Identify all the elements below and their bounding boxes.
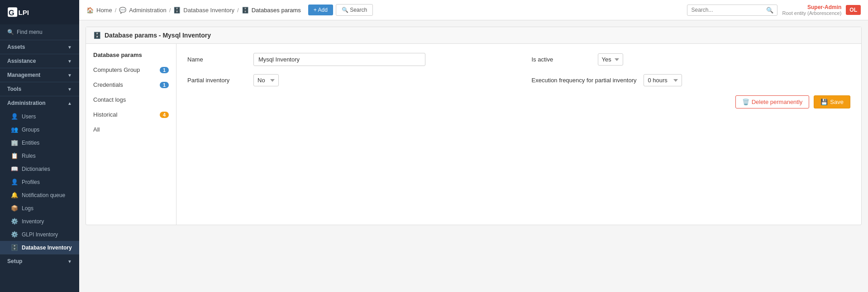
- credentials-badge: 1: [160, 82, 169, 88]
- historical-badge: 4: [160, 112, 169, 118]
- form-row-partial: Partial inventory No Yes Execution frequ…: [187, 74, 850, 86]
- execution-freq-select[interactable]: 0 hours 1 hours 2 hours 4 hours 8 hours …: [644, 74, 682, 86]
- section-tools-header[interactable]: Tools ▼: [0, 82, 79, 96]
- save-icon: 💾: [820, 99, 828, 105]
- sidebar-item-groups[interactable]: 👥 Groups: [0, 123, 79, 136]
- sidebar-item-database-inventory[interactable]: 🗄️ Database Inventory: [0, 241, 79, 254]
- sidebar-item-glpi-inventory[interactable]: ⚙️ GLPI Inventory: [0, 228, 79, 241]
- section-administration-header[interactable]: Administration ▲: [0, 96, 79, 110]
- users-icon: 👤: [11, 113, 18, 120]
- section-tools: Tools ▼: [0, 82, 79, 96]
- entities-icon: 🏢: [11, 139, 18, 146]
- svg-text:LPI: LPI: [19, 9, 29, 16]
- action-buttons: 🗑️ Delete permanently 💾 Save: [187, 95, 850, 108]
- left-nav-computers-group[interactable]: Computers Group 1: [86, 62, 176, 77]
- trash-icon: 🗑️: [742, 99, 749, 105]
- section-assistance-header[interactable]: Assistance ▼: [0, 54, 79, 68]
- section-setup-header[interactable]: Setup ▼: [0, 254, 79, 268]
- section-assets-header[interactable]: Assets ▼: [0, 40, 79, 54]
- sidebar-item-logs[interactable]: 📦 Logs: [0, 202, 79, 215]
- section-management: Management ▼: [0, 68, 79, 82]
- find-menu[interactable]: 🔍 Find menu: [0, 24, 79, 40]
- add-button[interactable]: + Add: [308, 5, 333, 15]
- breadcrumb-current: Databases params: [252, 7, 301, 14]
- user-entity: Root entity (Arborescence): [782, 10, 841, 16]
- sidebar-item-entities[interactable]: 🏢 Entities: [0, 136, 79, 149]
- left-nav: Database params Computers Group 1 Creden…: [86, 44, 176, 225]
- home-icon: 🏠: [86, 7, 94, 14]
- search-button[interactable]: 🔍 Search: [336, 4, 373, 16]
- sidebar-item-dictionaries[interactable]: 📖 Dictionaries: [0, 162, 79, 175]
- computers-group-badge: 1: [160, 67, 169, 73]
- section-management-header[interactable]: Management ▼: [0, 68, 79, 82]
- svg-text:G: G: [9, 9, 14, 17]
- form-row-name: Name Is active Yes No: [187, 53, 850, 66]
- breadcrumb-home[interactable]: Home: [96, 7, 112, 14]
- tools-chevron: ▼: [67, 87, 72, 92]
- topbar-actions: + Add 🔍 Search: [308, 4, 373, 16]
- partial-inventory-select[interactable]: No Yes: [253, 74, 279, 86]
- section-administration: Administration ▲ 👤 Users 👥 Groups 🏢 Enti…: [0, 96, 79, 254]
- search-icon: 🔍: [766, 7, 773, 14]
- notification-icon: 🔔: [11, 192, 18, 198]
- global-search-box[interactable]: 🔍: [687, 5, 777, 16]
- management-chevron: ▼: [67, 73, 72, 78]
- global-search-input[interactable]: [691, 7, 766, 13]
- logo[interactable]: G LPI: [0, 0, 79, 24]
- breadcrumb-database-inventory[interactable]: Database Inventory: [183, 7, 234, 14]
- topbar: 🏠 Home / 💬 Administration / 🗄️ Database …: [79, 0, 868, 20]
- left-nav-all[interactable]: All: [86, 122, 176, 137]
- database-inventory-icon: 🗄️: [11, 244, 18, 251]
- left-nav-contact-logs[interactable]: Contact logs: [86, 92, 176, 107]
- breadcrumb: 🏠 Home / 💬 Administration / 🗄️ Database …: [86, 7, 301, 14]
- section-assistance: Assistance ▼: [0, 54, 79, 68]
- topbar-right: 🔍 Super-Admin Root entity (Arborescence)…: [687, 4, 861, 16]
- sidebar-item-notification-queue[interactable]: 🔔 Notification queue: [0, 188, 79, 202]
- partial-inventory-label: Partial inventory: [187, 77, 246, 84]
- sidebar-item-users[interactable]: 👤 Users: [0, 110, 79, 123]
- admin-icon: 💬: [119, 7, 126, 14]
- name-input[interactable]: [253, 53, 425, 66]
- sidebar-item-rules[interactable]: 📋 Rules: [0, 149, 79, 162]
- dictionaries-icon: 📖: [11, 165, 18, 172]
- left-nav-historical[interactable]: Historical 4: [86, 107, 176, 122]
- card-body: Database params Computers Group 1 Creden…: [86, 44, 861, 225]
- delete-button[interactable]: 🗑️ Delete permanently: [735, 95, 810, 108]
- inventory-icon: ⚙️: [11, 218, 18, 225]
- sidebar-item-inventory[interactable]: ⚙️ Inventory: [0, 215, 79, 228]
- execution-freq-label: Execution frequency for partial inventor…: [532, 77, 637, 84]
- user-info: Super-Admin Root entity (Arborescence): [782, 4, 841, 16]
- find-menu-icon: 🔍: [7, 29, 14, 35]
- assets-chevron: ▼: [67, 45, 72, 50]
- logs-icon: 📦: [11, 205, 18, 212]
- glpi-inventory-icon: ⚙️: [11, 231, 18, 238]
- name-label: Name: [187, 56, 246, 63]
- left-nav-credentials[interactable]: Credentials 1: [86, 77, 176, 92]
- profiles-icon: 👤: [11, 179, 18, 185]
- main-area: 🏠 Home / 💬 Administration / 🗄️ Database …: [79, 0, 868, 292]
- card-header-icon: 🗄️: [93, 32, 101, 39]
- db-params-icon: 🗄️: [242, 7, 249, 14]
- find-menu-label: Find menu: [17, 29, 43, 35]
- setup-chevron: ▼: [67, 259, 72, 264]
- section-setup: Setup ▼: [0, 254, 79, 268]
- administration-chevron: ▲: [67, 101, 72, 106]
- card-header: 🗄️ Database params - Mysql Inventory: [86, 27, 861, 44]
- section-assets: Assets ▼: [0, 40, 79, 54]
- right-content: Name Is active Yes No: [176, 44, 861, 225]
- main-card: 🗄️ Database params - Mysql Inventory Dat…: [86, 27, 862, 225]
- is-active-label: Is active: [532, 56, 591, 63]
- card-title: Database params - Mysql Inventory: [105, 32, 211, 39]
- db-inv-icon: 🗄️: [173, 7, 181, 14]
- user-name: Super-Admin: [782, 4, 841, 10]
- content-area: 🗄️ Database params - Mysql Inventory Dat…: [79, 20, 868, 292]
- sidebar-item-profiles[interactable]: 👤 Profiles: [0, 175, 79, 188]
- save-button[interactable]: 💾 Save: [814, 95, 850, 108]
- assistance-chevron: ▼: [67, 59, 72, 64]
- is-active-select[interactable]: Yes No: [598, 53, 623, 66]
- user-avatar[interactable]: OL: [846, 5, 861, 15]
- left-nav-database-params[interactable]: Database params: [86, 47, 176, 62]
- breadcrumb-administration[interactable]: Administration: [129, 7, 166, 14]
- sidebar: G LPI 🔍 Find menu Assets ▼ Assistance ▼ …: [0, 0, 79, 292]
- rules-icon: 📋: [11, 152, 18, 159]
